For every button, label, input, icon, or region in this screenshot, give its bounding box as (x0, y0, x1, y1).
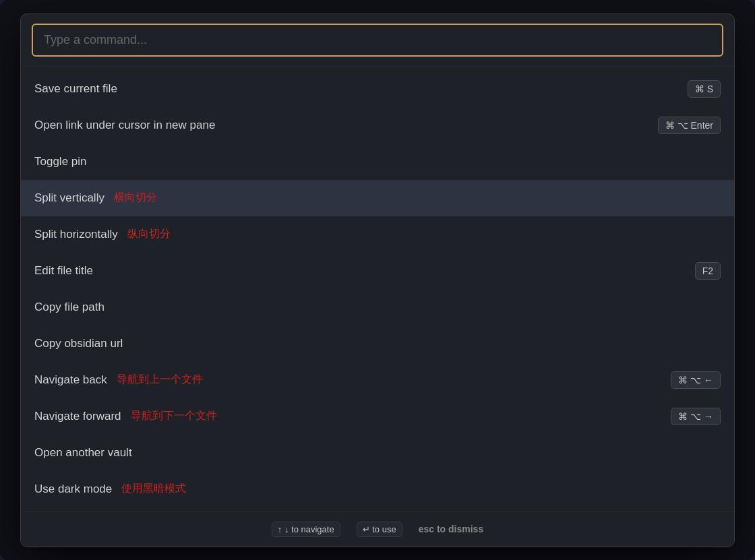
command-label-navigate-back: Navigate back (34, 373, 107, 387)
kbd-navigate-forward: ⌘ ⌥ → (671, 408, 721, 425)
shortcut-navigate-forward: ⌘ ⌥ → (671, 408, 721, 425)
command-label-split-vertically: Split vertically (34, 191, 104, 205)
command-item-navigate-forward[interactable]: Navigate forward导航到下一个文件⌘ ⌥ → (21, 398, 734, 435)
dismiss-keys-label: esc to dismiss (419, 524, 484, 534)
command-item-copy-file-path[interactable]: Copy file path (21, 289, 734, 325)
command-item-toggle-pin[interactable]: Toggle pin (21, 144, 734, 180)
shortcut-edit-file-title: F2 (695, 262, 721, 280)
command-annotation-split-horizontally: 纵向切分 (127, 227, 171, 241)
command-label-open-another-vault: Open another vault (34, 446, 132, 460)
command-item-split-horizontally[interactable]: Split horizontally纵向切分 (21, 216, 734, 253)
command-list: Save current file⌘ SOpen link under curs… (21, 67, 734, 511)
command-annotation-navigate-back: 导航到上一个文件 (117, 373, 203, 387)
command-label-toggle-pin: Toggle pin (34, 155, 87, 168)
command-item-edit-file-title[interactable]: Edit file titleF2 (21, 253, 734, 289)
command-annotation-use-dark-mode: 使用黑暗模式 (121, 482, 186, 496)
shortcut-open-link-under-cursor: ⌘ ⌥ Enter (658, 117, 721, 134)
shortcut-navigate-back: ⌘ ⌥ ← (671, 371, 721, 389)
navigate-hint: ↑ ↓ to navigate (272, 522, 340, 537)
command-label-save-current-file: Save current file (34, 82, 117, 96)
use-keys-label: ↵ to use (357, 522, 402, 537)
command-item-save-current-file[interactable]: Save current file⌘ S (21, 71, 734, 107)
kbd-edit-file-title: F2 (695, 262, 721, 280)
command-label-copy-file-path: Copy file path (34, 301, 104, 314)
command-annotation-navigate-forward: 导航到下一个文件 (131, 409, 217, 423)
command-label-use-dark-mode: Use dark mode (34, 483, 112, 496)
command-label-navigate-forward: Navigate forward (34, 410, 121, 423)
shortcut-save-current-file: ⌘ S (688, 80, 721, 98)
footer: ↑ ↓ to navigate ↵ to use esc to dismiss (21, 511, 734, 547)
navigate-keys-label: ↑ ↓ to navigate (272, 522, 340, 537)
search-input[interactable] (32, 24, 723, 57)
command-item-open-another-vault[interactable]: Open another vault (21, 435, 734, 471)
kbd-open-link-under-cursor: ⌘ ⌥ Enter (658, 117, 721, 134)
command-item-copy-obsidian-url[interactable]: Copy obsidian url (21, 325, 734, 362)
command-item-open-link-under-cursor[interactable]: Open link under cursor in new pane⌘ ⌥ En… (21, 107, 734, 144)
command-item-use-dark-mode[interactable]: Use dark mode使用黑暗模式 (21, 471, 734, 507)
command-label-edit-file-title: Edit file title (34, 264, 93, 278)
modal-overlay: Save current file⌘ SOpen link under curs… (0, 0, 755, 560)
kbd-save-current-file: ⌘ S (688, 80, 721, 98)
dismiss-hint: esc to dismiss (419, 524, 484, 534)
command-label-split-horizontally: Split horizontally (34, 228, 118, 241)
command-palette: Save current file⌘ SOpen link under curs… (20, 13, 735, 547)
kbd-navigate-back: ⌘ ⌥ ← (671, 371, 721, 389)
command-item-navigate-back[interactable]: Navigate back导航到上一个文件⌘ ⌥ ← (21, 362, 734, 398)
command-item-split-vertically[interactable]: Split vertically横向切分 (21, 180, 734, 216)
use-hint: ↵ to use (357, 522, 402, 537)
command-label-copy-obsidian-url: Copy obsidian url (34, 337, 123, 350)
command-label-open-link-under-cursor: Open link under cursor in new pane (34, 119, 215, 132)
command-annotation-split-vertically: 横向切分 (114, 191, 157, 205)
search-container (21, 14, 734, 67)
